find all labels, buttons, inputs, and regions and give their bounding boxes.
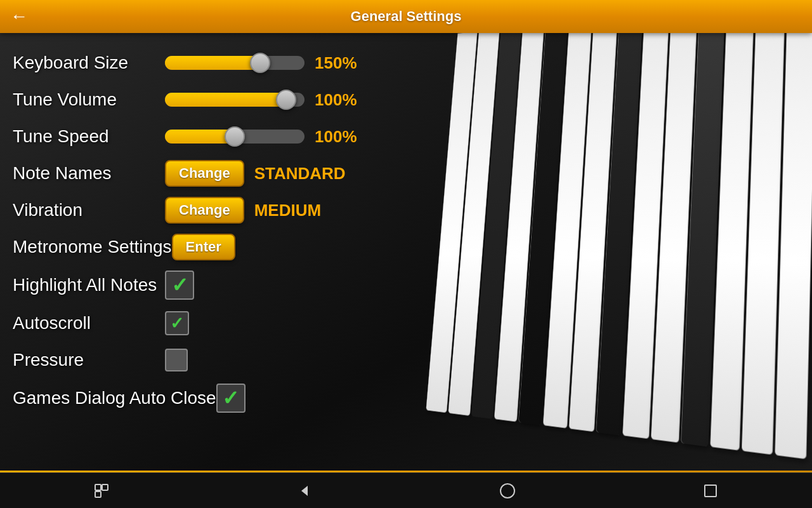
autoscroll-label: Autoscroll [13, 313, 165, 333]
keyboard-size-slider-container: 150% [165, 53, 365, 73]
back-button[interactable]: ← [10, 6, 28, 27]
bottom-nav-bar [0, 472, 812, 508]
svg-rect-5 [705, 485, 716, 497]
pressure-checkbox[interactable] [165, 349, 188, 371]
highlight-all-notes-label: Highlight All Notes [13, 275, 165, 295]
svg-rect-0 [95, 485, 101, 490]
tune-volume-label: Tune Volume [13, 90, 165, 110]
metronome-row: Metronome Settings Enter [13, 229, 799, 265]
keyboard-size-label: Keyboard Size [13, 53, 165, 73]
tune-speed-row: Tune Speed 100% [13, 118, 799, 155]
games-dialog-auto-close-checkbox[interactable]: ✓ [216, 384, 246, 413]
tune-speed-label: Tune Speed [13, 126, 165, 147]
pressure-row: Pressure [13, 342, 799, 378]
tune-speed-slider-container: 100% [165, 127, 365, 147]
keyboard-size-fill [165, 56, 260, 70]
tune-volume-thumb[interactable] [276, 90, 296, 110]
keyboard-size-value: 150% [315, 53, 365, 73]
vibration-label: Vibration [13, 200, 165, 220]
svg-point-4 [501, 484, 514, 498]
overview-button[interactable] [684, 477, 737, 505]
tune-speed-thumb[interactable] [225, 126, 245, 147]
autoscroll-row: Autoscroll ✓ [13, 305, 799, 342]
highlight-all-notes-checkbox[interactable]: ✓ [165, 271, 194, 300]
tune-volume-fill [165, 93, 286, 107]
tune-speed-value: 100% [315, 127, 365, 147]
svg-rect-1 [95, 491, 101, 497]
vibration-change-button[interactable]: Change [165, 197, 244, 224]
tune-volume-row: Tune Volume 100% [13, 81, 799, 118]
autoscroll-check-icon: ✓ [170, 315, 184, 331]
note-names-label: Note Names [13, 163, 165, 184]
games-dialog-auto-close-check-icon: ✓ [222, 388, 239, 408]
tune-volume-value: 100% [315, 90, 365, 110]
back-nav-button[interactable] [277, 477, 331, 505]
keyboard-size-track[interactable] [165, 56, 304, 70]
highlight-all-notes-check-icon: ✓ [171, 275, 188, 295]
tune-volume-track[interactable] [165, 93, 304, 107]
games-dialog-auto-close-label: Games Dialog Auto Close [13, 388, 216, 408]
keyboard-size-row: Keyboard Size 150% [13, 44, 799, 81]
svg-marker-3 [301, 486, 308, 496]
metronome-label: Metronome Settings [13, 237, 172, 257]
note-names-change-button[interactable]: Change [165, 160, 244, 187]
tune-speed-track[interactable] [165, 130, 304, 144]
metronome-enter-button[interactable]: Enter [172, 234, 235, 260]
games-dialog-auto-close-row: Games Dialog Auto Close ✓ [13, 378, 799, 418]
top-bar: ← General Settings [0, 0, 812, 33]
settings-content: Keyboard Size 150% Tune Volume 100% Tune… [0, 33, 812, 472]
vibration-value: MEDIUM [254, 201, 321, 220]
recent-apps-button[interactable] [75, 477, 128, 505]
keyboard-size-thumb[interactable] [250, 53, 270, 73]
page-title: General Settings [351, 8, 462, 25]
home-button[interactable] [480, 476, 535, 505]
autoscroll-checkbox[interactable]: ✓ [165, 311, 189, 335]
pressure-label: Pressure [13, 350, 165, 370]
svg-rect-2 [102, 485, 108, 490]
vibration-row: Vibration Change MEDIUM [13, 192, 799, 229]
note-names-value: STANDARD [254, 164, 346, 184]
highlight-all-notes-row: Highlight All Notes ✓ [13, 265, 799, 305]
note-names-row: Note Names Change STANDARD [13, 155, 799, 192]
tune-volume-slider-container: 100% [165, 90, 365, 110]
